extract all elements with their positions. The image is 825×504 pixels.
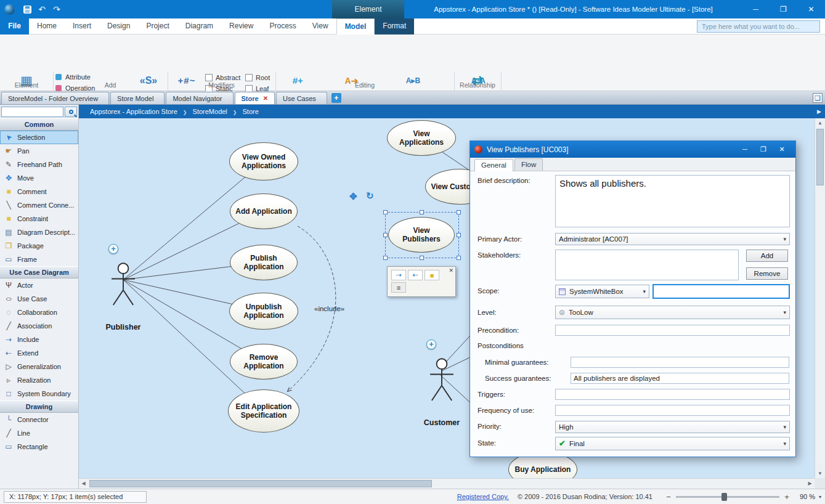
registered-copy-link[interactable]: Registered Copy. [457, 493, 509, 500]
breadcrumb-item[interactable]: Store [227, 108, 259, 115]
add-tab-button[interactable]: + [331, 93, 341, 103]
selection-handle[interactable] [383, 210, 388, 214]
float-panel-icon[interactable] [813, 93, 823, 103]
selection-handle[interactable] [457, 210, 461, 214]
toolbox-item[interactable]: ▭ Frame [0, 253, 78, 266]
contextual-tab-group-element[interactable]: Element [332, 0, 404, 18]
actor-node[interactable]: Publisher [106, 262, 140, 331]
minimize-button[interactable]: ─ [742, 0, 770, 18]
close-button[interactable]: ✕ [797, 0, 825, 18]
ribbon-search-input[interactable] [697, 20, 820, 33]
toolbox-item[interactable]: ▭ Rectangle [0, 440, 78, 453]
toolbox-item[interactable]: Ψ Actor [0, 278, 78, 292]
document-tab[interactable]: Use Cases [276, 92, 327, 104]
scroll-right-icon[interactable] [805, 479, 815, 489]
horizontal-scrollbar[interactable] [79, 478, 815, 489]
scroll-left-icon[interactable] [79, 479, 88, 489]
selection-handle[interactable] [383, 233, 388, 237]
toolbox-item[interactable]: ❐ Package [0, 239, 78, 253]
ribbon-tab[interactable]: Design [99, 18, 138, 35]
horizontal-scrollbar-thumb[interactable] [89, 480, 432, 487]
chevron-down-icon[interactable] [819, 494, 821, 500]
toolbox-item[interactable]: ⇠ Extend [0, 346, 78, 360]
close-icon[interactable]: ✕ [449, 267, 453, 274]
toolbox-group-header-common[interactable]: Common [0, 118, 78, 131]
ribbon-tab[interactable]: Process [261, 18, 304, 35]
triggers-input[interactable] [555, 389, 790, 400]
selection-box[interactable] [385, 212, 459, 258]
add-element-badge[interactable]: + [108, 244, 118, 254]
toolbox-group-header-use-case[interactable]: Use Case Diagram [0, 266, 78, 278]
toolbox-item[interactable]: ✥ Move [0, 171, 78, 185]
toolbox-item[interactable]: ╱ Association [0, 319, 78, 333]
zoom-out-button[interactable]: − [665, 492, 672, 502]
use-case-node[interactable]: View Applications [387, 120, 456, 156]
ribbon-tab[interactable]: Home [29, 18, 65, 35]
ribbon-tab[interactable]: Review [221, 18, 261, 35]
ribbon-tab[interactable]: Project [138, 18, 177, 35]
toolbox-item[interactable]: ╱ Line [0, 426, 78, 440]
toolbox-item[interactable]: ⇢ Include [0, 333, 78, 346]
priority-select[interactable]: High [555, 421, 790, 433]
document-tab[interactable]: Store Model [110, 92, 165, 104]
redo-button[interactable]: ↷ [49, 0, 64, 18]
vertical-scrollbar-thumb[interactable] [816, 129, 824, 185]
close-tab-icon[interactable]: ✕ [263, 95, 268, 102]
breadcrumb-item[interactable]: Appstorex - Application Store [90, 108, 177, 115]
use-case-node[interactable]: Remove Application [230, 344, 298, 380]
selection-handle[interactable] [383, 256, 388, 260]
precondition-input[interactable] [555, 325, 790, 336]
actor-node[interactable]: Customer [425, 358, 459, 427]
search-button[interactable] [65, 107, 77, 117]
ribbon-tab[interactable]: Insert [65, 18, 99, 35]
brief-description-textarea[interactable]: Shows all publishers. [555, 175, 790, 227]
scope-select[interactable]: SystemWhiteBox [555, 285, 649, 298]
toolbox-item[interactable]: └ Connector [0, 413, 78, 426]
toolbox-item[interactable]: ➤ Selection [0, 131, 78, 144]
scroll-down-icon[interactable] [815, 469, 825, 478]
checkbox[interactable] [205, 74, 213, 81]
dialog-minimize-button[interactable]: ─ [736, 145, 754, 153]
dialog-titlebar[interactable]: View Publishers [UC003] ─ ❐ ✕ [470, 141, 795, 158]
use-case-node[interactable]: Publish Application [230, 245, 298, 280]
selection-handle[interactable] [457, 233, 461, 237]
comment-quick-icon[interactable]: ■ [425, 270, 439, 280]
selection-handle[interactable] [457, 256, 461, 260]
undo-button[interactable]: ↶ [35, 0, 49, 18]
toolbox-item[interactable]: ○ Use Case [0, 292, 78, 306]
use-case-node[interactable]: Edit Application Specification [228, 389, 299, 433]
toolbox-item[interactable]: ◌ Collaboration [0, 306, 78, 319]
document-tab[interactable]: Store ✕ [235, 92, 275, 104]
ribbon-tab[interactable]: Diagram [177, 18, 221, 35]
minimal-guarantees-input[interactable] [571, 357, 789, 368]
document-tab[interactable]: Model Navigator [166, 92, 233, 104]
menu-quick-icon[interactable]: ≡ [391, 282, 406, 293]
zoom-in-button[interactable]: + [783, 492, 790, 502]
extend-quick-icon[interactable]: ⇠ [408, 270, 423, 280]
stakeholders-list[interactable] [555, 250, 739, 280]
ribbon-tab[interactable]: View [304, 18, 336, 35]
maximize-button[interactable]: ❐ [770, 0, 797, 18]
use-case-node[interactable]: Add Application [230, 193, 298, 229]
level-select[interactable]: TooLow [555, 306, 790, 319]
scroll-up-icon[interactable] [815, 118, 825, 128]
ribbon-tab[interactable]: Format [375, 18, 414, 35]
use-case-node[interactable]: Unpublish Application [229, 293, 298, 330]
dialog-close-button[interactable]: ✕ [773, 145, 791, 153]
breadcrumb-item[interactable]: StoreModel [177, 108, 227, 115]
primary-actor-select[interactable]: Administrator [AC007] [555, 233, 790, 245]
toolbox-item[interactable]: ☛ Pan [0, 144, 78, 158]
frequency-of-use-input[interactable] [555, 405, 790, 416]
success-guarantees-input[interactable] [571, 373, 789, 384]
zoom-level[interactable]: 90 % [794, 493, 815, 500]
add-item-button[interactable]: Attribute [55, 73, 126, 81]
dialog-tab[interactable]: General [474, 159, 513, 171]
zoom-slider[interactable] [676, 496, 779, 498]
state-select[interactable]: Final [555, 437, 790, 450]
ribbon-tab[interactable]: File [0, 18, 29, 35]
toolbox-item[interactable]: ■ Comment [0, 185, 78, 198]
dialog-maximize-button[interactable]: ❐ [754, 145, 773, 153]
document-tab[interactable]: StoreModel - Folder Overview [1, 92, 109, 104]
toolbox-group-header-drawing[interactable]: Drawing [0, 400, 78, 413]
toolbox-item[interactable]: ▷ Generalization [0, 360, 78, 373]
